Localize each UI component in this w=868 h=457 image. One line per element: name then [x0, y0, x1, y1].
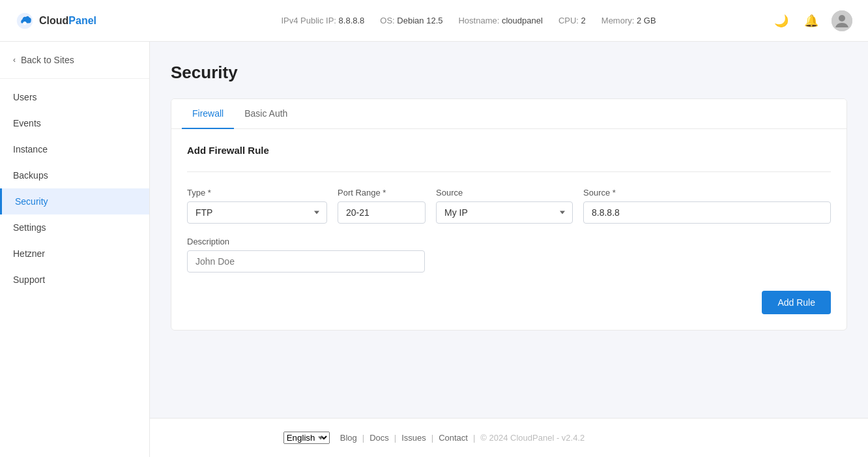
form-row-1: Type * FTP SSH HTTP HTTPS Custom — [187, 188, 831, 224]
source-select-wrapper: My IP Custom All — [436, 201, 573, 224]
port-range-group: Port Range * — [338, 188, 426, 224]
source-select[interactable]: My IP Custom All — [436, 201, 573, 224]
form-row-2: Description — [187, 237, 831, 273]
header: CloudPanel IPv4 Public IP: 8.8.8.8 OS: D… — [0, 0, 868, 42]
source-ip-label: Source * — [583, 188, 831, 198]
dark-mode-toggle[interactable]: 🌙 — [772, 11, 791, 31]
type-select[interactable]: FTP SSH HTTP HTTPS Custom — [187, 201, 327, 224]
page-title: Security — [171, 63, 847, 83]
footer-issues-link[interactable]: Issues — [401, 433, 426, 443]
sidebar-item-backups[interactable]: Backups — [0, 162, 149, 188]
sidebar-item-security[interactable]: Security — [0, 188, 149, 214]
footer-sep-4: | — [473, 433, 475, 443]
description-group: Description — [187, 237, 425, 273]
footer-blog-link[interactable]: Blog — [340, 433, 357, 443]
port-range-label: Port Range * — [338, 188, 426, 198]
memory-info: Memory: 2 GB — [601, 16, 656, 25]
form-divider — [187, 171, 831, 172]
tab-firewall[interactable]: Firewall — [182, 99, 234, 129]
footer-contact-link[interactable]: Contact — [439, 433, 468, 443]
sidebar-nav: Users Events Instance Backups Security S… — [0, 79, 149, 457]
svg-point-3 — [839, 15, 845, 22]
sidebar-item-hetzner[interactable]: Hetzner — [0, 241, 149, 267]
tab-bar: Firewall Basic Auth — [171, 99, 846, 129]
moon-icon: 🌙 — [774, 14, 788, 28]
description-label: Description — [187, 237, 425, 246]
footer-copyright: © 2024 CloudPanel - v2.4.2 — [480, 433, 585, 443]
sidebar-item-settings[interactable]: Settings — [0, 214, 149, 241]
user-avatar[interactable] — [832, 10, 852, 31]
sidebar-item-instance[interactable]: Instance — [0, 136, 149, 162]
source-ip-group: Source * — [583, 188, 831, 224]
language-selector-wrapper: English German French Spanish — [283, 432, 330, 444]
logo-text: CloudPanel — [39, 15, 96, 27]
sidebar-item-events[interactable]: Events — [0, 110, 149, 136]
sidebar-item-support[interactable]: Support — [0, 267, 149, 293]
type-select-wrapper: FTP SSH HTTP HTTPS Custom — [187, 201, 327, 224]
sidebar-item-users[interactable]: Users — [0, 84, 149, 110]
main-content: Security Firewall Basic Auth Add Firewal… — [150, 42, 868, 418]
source-ip-input[interactable] — [583, 201, 831, 224]
add-rule-button[interactable]: Add Rule — [762, 291, 831, 314]
type-group: Type * FTP SSH HTTP HTTPS Custom — [187, 188, 327, 224]
footer-docs-link[interactable]: Docs — [369, 433, 389, 443]
source-label: Source — [436, 188, 573, 198]
footer-sep-2: | — [394, 433, 396, 443]
avatar-icon — [832, 10, 852, 31]
form-section-title: Add Firewall Rule — [187, 145, 831, 156]
os-info: OS: Debian 12.5 — [380, 16, 442, 25]
footer-sep-1: | — [362, 433, 364, 443]
description-input[interactable] — [187, 250, 425, 273]
cpu-info: CPU: 2 — [558, 16, 586, 25]
form-actions: Add Rule — [187, 286, 831, 314]
chevron-left-icon: ‹ — [13, 55, 16, 65]
bell-icon: 🔔 — [804, 14, 818, 28]
header-info: IPv4 Public IP: 8.8.8.8 OS: Debian 12.5 … — [166, 16, 772, 25]
header-actions: 🌙 🔔 — [772, 10, 852, 31]
layout: ‹ Back to Sites Users Events Instance Ba… — [0, 42, 868, 418]
logo: CloudPanel — [16, 12, 166, 30]
add-firewall-rule-section: Add Firewall Rule Type * FTP SSH HTTP HT… — [171, 129, 846, 330]
tab-basic-auth[interactable]: Basic Auth — [234, 99, 298, 129]
hostname-info: Hostname: cloudpanel — [458, 16, 542, 25]
security-card: Firewall Basic Auth Add Firewall Rule Ty… — [171, 98, 847, 331]
language-select[interactable]: English German French Spanish — [283, 432, 330, 444]
type-label: Type * — [187, 188, 327, 198]
ipv4-info: IPv4 Public IP: 8.8.8.8 — [281, 16, 364, 25]
back-to-sites[interactable]: ‹ Back to Sites — [0, 42, 149, 79]
footer-sep-3: | — [431, 433, 433, 443]
logo-icon — [16, 12, 34, 30]
footer-links: Blog | Docs | Issues | Contact | © 2024 … — [340, 433, 585, 443]
port-range-input[interactable] — [338, 201, 426, 224]
notifications-button[interactable]: 🔔 — [802, 11, 821, 31]
sidebar: ‹ Back to Sites Users Events Instance Ba… — [0, 42, 150, 457]
source-group: Source My IP Custom All — [436, 188, 573, 224]
